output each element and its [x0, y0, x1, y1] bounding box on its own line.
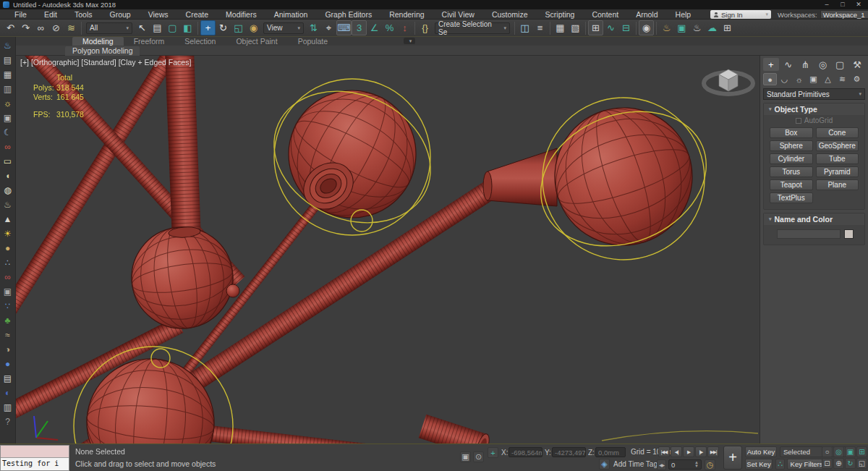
set-keys-button[interactable]: + — [723, 446, 742, 470]
play-button[interactable]: ▶ — [683, 446, 694, 457]
toggle-ribbon-icon[interactable]: ⊞ — [588, 20, 603, 35]
select-and-rotate-icon[interactable]: ↻ — [216, 20, 231, 35]
blue-sphere-icon[interactable]: ● — [1, 357, 15, 371]
sign-in-button[interactable]: Sign In ▾ — [710, 10, 771, 19]
menu-modifiers[interactable]: Modifiers — [217, 10, 265, 19]
display-moon-icon[interactable]: ☾ — [1, 125, 15, 140]
select-and-manipulate-icon[interactable]: ⌖ — [321, 20, 336, 35]
helpers-category[interactable]: △ — [821, 73, 835, 85]
menu-group[interactable]: Group — [101, 10, 140, 19]
x-coordinate-field[interactable]: -698,564m — [509, 447, 542, 457]
pan-icon[interactable]: ⊕ — [833, 458, 844, 469]
menu-create[interactable]: Create — [177, 10, 218, 19]
object-type-rollout-header[interactable]: ▾ Object Type — [764, 103, 864, 115]
zoom-region-icon[interactable]: ⊡ — [822, 458, 833, 469]
menu-views[interactable]: Views — [140, 10, 177, 19]
spinner-snap-icon[interactable]: ↕ — [397, 20, 412, 35]
teapot-button[interactable]: Teapot — [770, 179, 813, 190]
key-mode-toggle-icon[interactable]: ◀▶ — [657, 459, 666, 470]
menu-edit[interactable]: Edit — [35, 10, 66, 19]
current-frame-field[interactable]: 0 ▲▼ — [668, 459, 702, 470]
minimize-button[interactable]: – — [819, 0, 835, 9]
render-presets-icon[interactable]: ⊞ — [720, 20, 735, 35]
zoom-all-icon[interactable]: ◎ — [833, 446, 844, 457]
select-and-place-icon[interactable]: ◉ — [246, 20, 261, 35]
layer-explorer-icon[interactable]: ▦ — [1, 67, 15, 82]
shapes-category[interactable]: ◡ — [778, 73, 791, 85]
modify-tab[interactable]: ∿ — [780, 58, 796, 71]
box-button[interactable]: Box — [770, 127, 813, 138]
tan-sphere-icon[interactable]: ● — [1, 241, 15, 255]
select-and-link-icon[interactable]: ∞ — [33, 20, 48, 35]
zoom-extents-icon[interactable]: ▣ — [845, 446, 856, 457]
selection-filter-dropdown[interactable]: All ▾ — [86, 22, 132, 34]
sphere-shape-icon[interactable]: ◍ — [1, 183, 15, 198]
polygon-modeling-panel-tab[interactable]: Polygon Modeling — [65, 46, 140, 56]
fur-icon[interactable]: ≈ — [1, 328, 15, 342]
object-color-swatch[interactable] — [844, 229, 854, 239]
go-to-start-button[interactable]: |◀◀ — [658, 446, 670, 457]
dark-sphere-icon[interactable]: ◐ — [1, 386, 15, 400]
cone-shape-icon[interactable]: ▲ — [1, 212, 15, 226]
frame-spinner[interactable]: ▲▼ — [694, 461, 699, 468]
spacewarps-category[interactable]: ≋ — [835, 73, 849, 85]
bind-to-space-warp-icon[interactable]: ≋ — [64, 20, 79, 35]
tube-button[interactable]: Tube — [816, 153, 859, 164]
create-tab[interactable]: + — [763, 58, 779, 71]
toggle-scene-explorer-icon[interactable]: ▦ — [553, 20, 568, 35]
select-object-icon[interactable]: ↖ — [135, 20, 150, 35]
foliage-icon[interactable]: ♣ — [1, 313, 15, 328]
y-coordinate-field[interactable]: -4273,497 — [552, 447, 586, 457]
maximize-button[interactable]: □ — [835, 0, 851, 9]
isolate-selection-toggle-icon[interactable]: ▣ — [460, 451, 471, 462]
reference-coordinate-dropdown[interactable]: View ▾ — [263, 22, 304, 34]
material-editor-icon[interactable]: ◉ — [639, 20, 654, 35]
viewport-label[interactable]: [+] [Orthographic] [Standard] [Clay + Ed… — [20, 58, 191, 67]
edit-named-selection-sets-icon[interactable]: {} — [417, 20, 433, 35]
mirror-icon[interactable]: ◫ — [517, 20, 532, 35]
sphere-button[interactable]: Sphere — [770, 140, 813, 151]
pyramid-button[interactable]: Pyramid — [816, 166, 859, 177]
scene-explorer-icon[interactable]: ▤ — [1, 53, 15, 67]
autogrid-checkbox[interactable] — [796, 118, 801, 124]
ribbon-overflow-icon[interactable]: ▾ — [404, 38, 415, 44]
menu-file[interactable]: File — [6, 10, 35, 19]
hierarchy-tab[interactable]: ⋔ — [798, 58, 814, 71]
toggle-layer-explorer-icon[interactable]: ▧ — [568, 20, 583, 35]
undo-icon[interactable]: ↶ — [3, 20, 18, 35]
maximize-viewport-icon[interactable]: ◱ — [856, 458, 867, 469]
render-setup-icon[interactable]: ♨ — [659, 20, 674, 35]
orbit-icon[interactable]: ↻ — [845, 458, 856, 469]
time-tag-icon[interactable]: ◈ — [599, 459, 610, 470]
absolute-transform-icon[interactable]: + — [488, 447, 498, 458]
geometry-category[interactable]: ● — [763, 73, 777, 85]
geosphere-button[interactable]: GeoSphere — [816, 140, 859, 151]
molecule-icon[interactable]: ∞ — [1, 270, 15, 284]
rock-icon[interactable]: ◑ — [1, 342, 15, 357]
cylinder-button[interactable]: Cylinder — [770, 153, 813, 164]
menu-customize[interactable]: Customize — [483, 10, 537, 19]
key-filters-paw-icon[interactable]: ∴ — [775, 459, 785, 470]
torus-button[interactable]: Torus — [770, 166, 813, 177]
window-crossing-icon[interactable]: ◧ — [180, 20, 195, 35]
named-selection-sets-dropdown[interactable]: Create Selection Se ▾ — [435, 22, 510, 34]
align-icon[interactable]: ≡ — [532, 20, 548, 35]
percent-snap-icon[interactable]: % — [382, 20, 397, 35]
plane-shape-icon[interactable]: ▭ — [1, 154, 15, 169]
close-button[interactable]: ✕ — [851, 0, 867, 9]
sphere-cluster-icon[interactable]: ∵ — [1, 299, 15, 313]
plane-button[interactable]: Plane — [816, 179, 859, 190]
menu-graph-editors[interactable]: Graph Editors — [316, 10, 380, 19]
select-and-scale-icon[interactable]: ◱ — [231, 20, 246, 35]
select-and-move-icon[interactable]: + — [200, 20, 216, 35]
use-pivot-point-icon[interactable]: ⇅ — [306, 20, 321, 35]
menu-civil-view[interactable]: Civil View — [433, 10, 483, 19]
name-and-color-rollout-header[interactable]: ▾ Name and Color — [764, 213, 864, 225]
rendered-frame-window-icon[interactable]: ▣ — [674, 20, 689, 35]
particles-icon[interactable]: ∴ — [1, 255, 15, 270]
tab-selection[interactable]: Selection — [174, 37, 226, 46]
auto-key-button[interactable]: Auto Key — [745, 446, 777, 457]
listener-macro-pane[interactable] — [1, 446, 69, 458]
cameras-category[interactable]: ▣ — [807, 73, 820, 85]
ribbon-teapot-icon[interactable]: ♨ — [1, 38, 15, 53]
